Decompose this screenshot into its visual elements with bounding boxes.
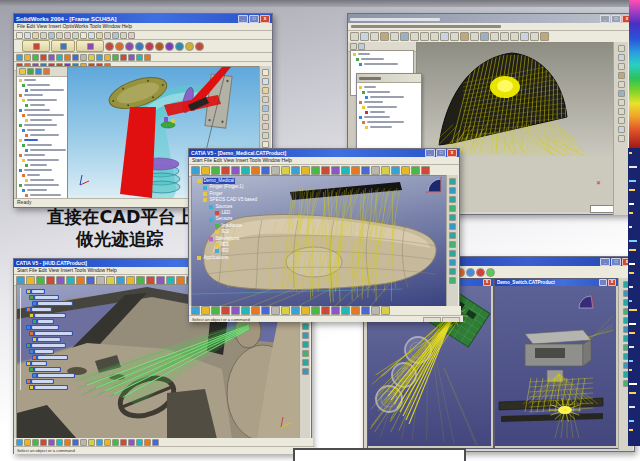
toolbar-button[interactable]: [331, 166, 340, 175]
toolbar-button[interactable]: [341, 306, 350, 315]
toolbar-button[interactable]: [40, 32, 47, 39]
toolbar-button[interactable]: [231, 166, 240, 175]
toolbar-button[interactable]: [96, 439, 103, 446]
close-button[interactable]: x: [608, 279, 616, 286]
toolbar-button[interactable]: [185, 42, 194, 51]
toolbar-button[interactable]: [191, 306, 200, 315]
toolbar-button[interactable]: [80, 54, 87, 61]
toolbar-button[interactable]: [540, 32, 549, 41]
toolbar-button[interactable]: [281, 166, 290, 175]
toolbar-button[interactable]: [476, 268, 485, 277]
tree-item[interactable]: [362, 105, 421, 109]
toolbar-button[interactable]: [460, 32, 469, 41]
tree-item[interactable]: [26, 307, 52, 312]
toolbar-button[interactable]: [145, 42, 154, 51]
maximize-button[interactable]: □: [611, 258, 621, 266]
tree-item[interactable]: [19, 183, 67, 187]
toolbar-button[interactable]: [115, 42, 124, 51]
tree-item[interactable]: [25, 88, 67, 92]
tree-item[interactable]: [359, 115, 421, 119]
tree-item[interactable]: [32, 355, 68, 360]
toolbar-button[interactable]: [201, 306, 210, 315]
toolbar-button[interactable]: [390, 32, 399, 41]
tree-item[interactable]: [353, 52, 413, 56]
tab-features[interactable]: [19, 68, 26, 75]
tree-item[interactable]: [32, 319, 54, 324]
toolbar-button[interactable]: [112, 32, 119, 39]
window-c-viewport[interactable]: Demo_Medical Finger (Finger.1) Finger SP…: [191, 175, 448, 308]
toolbar-button[interactable]: [56, 54, 63, 61]
close-button[interactable]: x: [447, 149, 457, 157]
toolbar-button[interactable]: [128, 439, 135, 446]
maximize-button[interactable]: □: [436, 149, 446, 157]
toolbar-button[interactable]: [271, 306, 280, 315]
toolbar-button[interactable]: [449, 259, 456, 266]
toolbar-button[interactable]: [40, 54, 47, 61]
toolbar-button[interactable]: [618, 72, 625, 79]
toolbar-button[interactable]: [381, 306, 390, 315]
toolbar-button[interactable]: [112, 439, 119, 446]
toolbar-button[interactable]: [120, 32, 127, 39]
toolbar-button[interactable]: [291, 306, 300, 315]
toolbar-button[interactable]: [105, 42, 114, 51]
toolbar-button[interactable]: [144, 439, 151, 446]
toolbar-button[interactable]: [371, 306, 380, 315]
toolbar-button[interactable]: [449, 232, 456, 239]
specification-tree[interactable]: Demo_Medical Finger (Finger.1) Finger SP…: [195, 178, 258, 261]
toolbar-button[interactable]: [112, 54, 119, 61]
toolbar-button[interactable]: [221, 306, 230, 315]
toolbar-button[interactable]: [262, 69, 269, 76]
minimize-button[interactable]: _: [238, 15, 248, 23]
window-a-toolbar-standard[interactable]: [14, 31, 272, 40]
tree-item[interactable]: [19, 168, 67, 172]
toolbar-button[interactable]: [618, 126, 625, 133]
toolbar-button[interactable]: [24, 439, 31, 446]
toolbar-button[interactable]: [262, 78, 269, 85]
palette-titlebar[interactable]: [357, 74, 421, 83]
tab-display[interactable]: [43, 68, 50, 75]
toolbar-button[interactable]: [88, 32, 95, 39]
toolbar-button[interactable]: [370, 32, 379, 41]
toolbar-button[interactable]: [302, 323, 309, 330]
window-b-viewport[interactable]: [416, 42, 615, 158]
window-catia-medical[interactable]: CATIA V5 - [Demo_Medical.CATProduct] _ □…: [188, 148, 460, 322]
toolbar-button[interactable]: [449, 223, 456, 230]
tree-item[interactable]: [19, 78, 67, 82]
toolbar-button[interactable]: [16, 439, 23, 446]
toolbar-button[interactable]: [135, 42, 144, 51]
tree-item[interactable]: [25, 178, 67, 182]
child2-viewport[interactable]: [495, 286, 616, 446]
toolbar-button[interactable]: [351, 166, 360, 175]
toolbar-button[interactable]: [120, 439, 127, 446]
tree-item[interactable]: [22, 188, 67, 192]
toolbar-button[interactable]: [380, 32, 389, 41]
tree-item[interactable]: [22, 113, 67, 117]
window-b-menubar[interactable]: [348, 23, 634, 31]
toolbar-button[interactable]: [221, 166, 230, 175]
toolbar-button[interactable]: [450, 32, 459, 41]
toolbar-button[interactable]: [144, 54, 151, 61]
toolbar-button[interactable]: [201, 166, 210, 175]
tree-item[interactable]: [365, 110, 421, 114]
tree-item[interactable]: [362, 120, 421, 124]
tree-item[interactable]: [32, 337, 61, 342]
toolbar-button[interactable]: [88, 54, 95, 61]
toolbar-button[interactable]: [16, 32, 23, 39]
tree-item[interactable]: [29, 385, 68, 390]
tree-item[interactable]: [25, 118, 67, 122]
toolbar-button[interactable]: [128, 54, 135, 61]
toolbar-button[interactable]: [449, 250, 456, 257]
window-b-right-toolbar[interactable]: [613, 42, 629, 215]
toolbar-button[interactable]: [128, 32, 135, 39]
tree-item[interactable]: [32, 301, 73, 306]
speos-tree-palette[interactable]: [356, 73, 422, 153]
tree-item[interactable]: [362, 90, 421, 94]
toolbar-button[interactable]: [440, 32, 449, 41]
toolbar-button[interactable]: [195, 42, 204, 51]
toolbar-button[interactable]: [301, 166, 310, 175]
tree-item[interactable]: [359, 62, 413, 66]
feature-manager-tree[interactable]: [16, 66, 68, 201]
toolbar-button[interactable]: [262, 141, 269, 148]
tree-item[interactable]: [22, 83, 67, 87]
toolbar-button[interactable]: [618, 90, 625, 97]
